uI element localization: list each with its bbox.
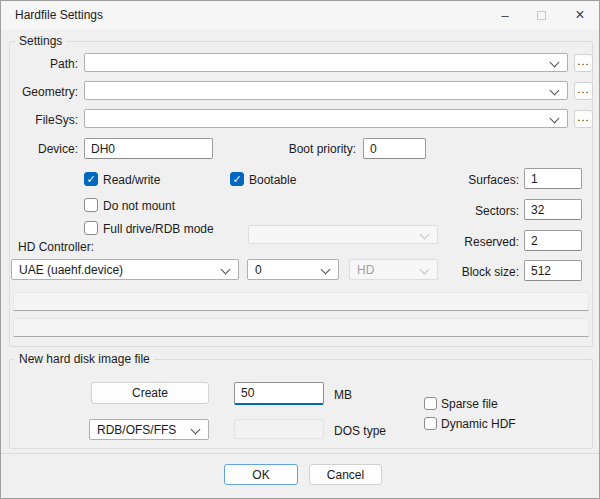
chevron-down-icon [191,425,201,435]
filesystem-value: RDB/OFS/FFS [97,423,176,437]
chevron-down-icon [550,114,560,124]
geometry-label: Geometry: [1,85,78,99]
hardfile-info-bar-2 [13,318,589,337]
geometry-browse-button[interactable]: ... [574,82,593,100]
surfaces-input[interactable] [524,168,582,189]
do-not-mount-label: Do not mount [103,199,175,213]
maximize-icon [537,11,546,20]
size-unit-label: MB [334,388,352,402]
read-write-label: Read/write [103,173,160,187]
footer-separator [1,453,599,454]
chevron-down-icon [550,86,560,96]
sectors-input[interactable] [524,199,582,220]
controller-type-value: HD [357,263,374,277]
full-drive-rdb-label: Full drive/RDB mode [103,222,214,236]
device-label: Device: [1,142,78,156]
hd-controller-combobox[interactable]: UAE (uaehf.device) [11,259,239,280]
path-browse-button[interactable]: ... [574,54,593,72]
bootable-label: Bootable [249,173,296,187]
chevron-down-icon [550,58,560,68]
dynamic-hdf-checkbox[interactable] [424,417,437,430]
minimize-icon: – [501,8,508,23]
minimize-button[interactable]: – [487,1,523,29]
hd-controller-label: HD Controller: [18,240,94,254]
chevron-down-icon [221,265,231,275]
ok-button[interactable]: OK [224,464,298,485]
surfaces-label: Surfaces: [431,173,519,187]
new-file-group-label: New hard disk image file [15,352,154,366]
close-icon: × [575,6,584,24]
bootable-checkbox[interactable] [230,172,244,186]
block-size-input[interactable] [524,260,582,281]
read-write-checkbox[interactable] [84,172,98,186]
dynamic-hdf-label: Dynamic HDF [441,417,516,431]
close-button[interactable]: × [559,1,600,29]
full-drive-rdb-checkbox[interactable] [84,221,98,235]
boot-priority-label: Boot priority: [263,142,356,156]
filesys-browse-button[interactable]: ... [574,110,593,128]
controller-type-combobox: HD [349,259,438,280]
maximize-button [523,1,559,29]
path-combobox[interactable] [84,53,568,72]
reserved-label: Reserved: [431,235,519,249]
filesys-combobox[interactable] [84,109,568,128]
rdb-mode-combobox [248,225,438,244]
sparse-file-label: Sparse file [441,397,498,411]
chevron-down-icon [321,265,331,275]
chevron-down-icon [420,230,430,240]
hardfile-settings-dialog: Hardfile Settings – × Settings Path: ...… [0,0,600,499]
reserved-input[interactable] [524,230,582,251]
hd-controller-value: UAE (uaehf.device) [19,263,123,277]
filesys-label: FileSys: [1,113,78,127]
dos-type-label: DOS type [334,424,386,438]
geometry-combobox[interactable] [84,81,568,100]
dos-type-input [234,419,324,439]
sectors-label: Sectors: [431,204,519,218]
do-not-mount-checkbox[interactable] [84,198,98,212]
cancel-button[interactable]: Cancel [309,464,382,485]
titlebar: Hardfile Settings – × [1,1,599,29]
chevron-down-icon [420,265,430,275]
window-title: Hardfile Settings [15,8,103,22]
settings-group-label: Settings [15,34,66,48]
controller-unit-value: 0 [255,263,262,277]
hardfile-info-bar-1 [13,292,589,311]
device-input[interactable] [84,138,213,159]
controller-unit-combobox[interactable]: 0 [247,259,339,280]
filesystem-combobox[interactable]: RDB/OFS/FFS [89,419,209,440]
create-button[interactable]: Create [91,382,209,404]
path-label: Path: [1,57,78,71]
new-file-size-input[interactable] [234,382,324,405]
block-size-label: Block size: [431,265,519,279]
sparse-file-checkbox[interactable] [424,397,437,410]
boot-priority-input[interactable] [363,138,426,159]
